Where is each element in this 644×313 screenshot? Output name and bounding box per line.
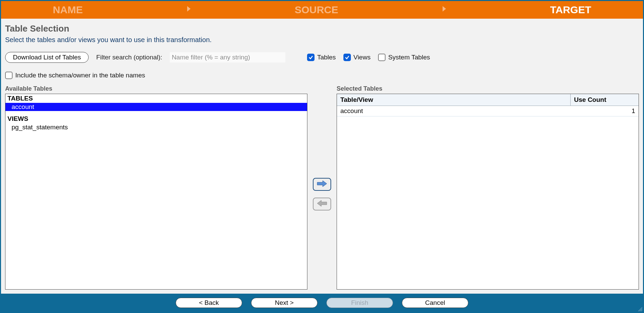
remove-button[interactable] xyxy=(313,198,331,210)
table-row[interactable]: account 1 xyxy=(337,106,639,116)
page-title: Table Selection xyxy=(5,23,639,34)
wizard-footer: < Back Next > Finish Cancel xyxy=(1,294,643,312)
svg-line-5 xyxy=(640,309,642,311)
views-checkbox-label: Views xyxy=(354,54,371,61)
arrow-left-icon xyxy=(317,200,327,208)
schema-row: Include the schema/owner in the table na… xyxy=(5,72,639,79)
transfer-buttons xyxy=(313,85,331,290)
chevron-right-icon xyxy=(186,5,191,14)
filter-label: Filter search (optional): xyxy=(96,54,162,61)
cell-name: account xyxy=(337,106,571,116)
table-header: Table/View Use Count xyxy=(337,94,639,106)
svg-marker-3 xyxy=(317,200,327,206)
checkbox-icon xyxy=(5,72,13,79)
content-panel: Table Selection Select the tables and/or… xyxy=(1,19,643,294)
tables-checkbox[interactable]: Tables xyxy=(307,54,336,61)
svg-marker-2 xyxy=(317,181,327,187)
checkbox-icon xyxy=(307,54,315,61)
step-source: SOURCE xyxy=(294,4,338,16)
views-checkbox[interactable]: Views xyxy=(343,54,371,61)
download-tables-button[interactable]: Download List of Tables xyxy=(5,52,89,63)
page-subtitle: Select the tables and/or views you want … xyxy=(5,36,639,44)
checkbox-icon xyxy=(378,54,386,61)
list-group-header: VIEWS xyxy=(5,114,307,123)
include-schema-label: Include the schema/owner in the table na… xyxy=(15,72,145,79)
selected-column: Selected Tables Table/View Use Count acc… xyxy=(337,85,639,290)
wizard-stepper: NAME SOURCE TARGET xyxy=(1,1,643,19)
include-schema-checkbox[interactable]: Include the schema/owner in the table na… xyxy=(5,72,145,79)
svg-marker-1 xyxy=(443,6,446,12)
system-tables-checkbox[interactable]: System Tables xyxy=(378,54,430,61)
list-item[interactable]: pg_stat_statements xyxy=(5,123,307,131)
available-column: Available Tables TABLES account VIEWS pg… xyxy=(5,85,307,290)
chevron-right-icon xyxy=(442,5,447,14)
selected-table: Table/View Use Count account 1 xyxy=(337,94,639,290)
selected-label: Selected Tables xyxy=(337,85,639,92)
step-target: TARGET xyxy=(550,4,591,16)
checkbox-icon xyxy=(343,54,351,61)
table-body[interactable]: account 1 xyxy=(337,106,639,289)
next-button[interactable]: Next > xyxy=(251,298,318,308)
svg-line-6 xyxy=(641,310,642,311)
add-button[interactable] xyxy=(313,178,331,191)
finish-button[interactable]: Finish xyxy=(326,298,393,308)
table-lists: Available Tables TABLES account VIEWS pg… xyxy=(5,85,639,290)
available-label: Available Tables xyxy=(5,85,307,92)
column-header-count[interactable]: Use Count xyxy=(571,94,639,106)
available-listbox[interactable]: TABLES account VIEWS pg_stat_statements xyxy=(5,94,307,290)
back-button[interactable]: < Back xyxy=(176,298,242,308)
arrow-right-icon xyxy=(317,180,327,189)
list-item[interactable]: account xyxy=(5,103,307,111)
cancel-button[interactable]: Cancel xyxy=(402,298,468,308)
tables-checkbox-label: Tables xyxy=(317,54,336,61)
system-tables-checkbox-label: System Tables xyxy=(388,54,430,61)
resize-grip-icon[interactable] xyxy=(637,306,642,311)
step-name: NAME xyxy=(53,4,83,16)
filter-input[interactable] xyxy=(170,52,285,62)
column-header-name[interactable]: Table/View xyxy=(337,94,571,106)
svg-marker-0 xyxy=(187,6,191,12)
list-group-header: TABLES xyxy=(5,94,307,103)
filter-row: Download List of Tables Filter search (o… xyxy=(5,52,639,63)
cell-count: 1 xyxy=(571,106,639,116)
